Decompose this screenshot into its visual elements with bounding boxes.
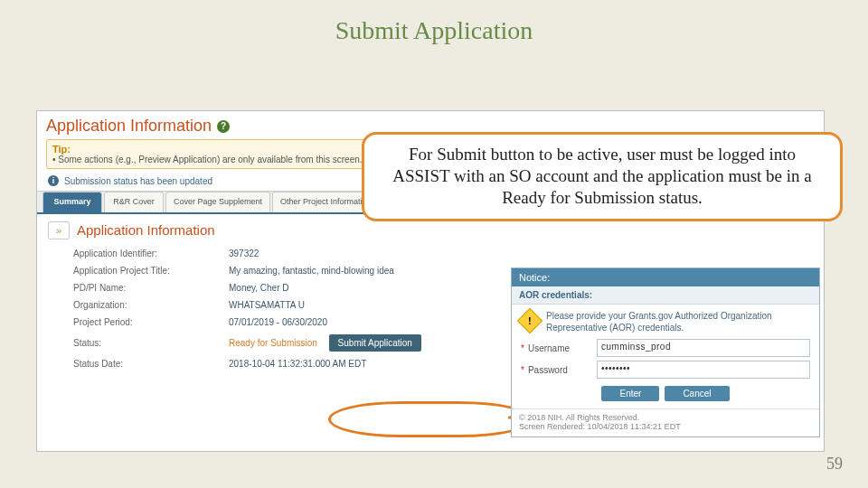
submit-application-button[interactable]: Submit Application (329, 334, 421, 352)
application-info-table: Application Identifier:397322 Applicatio… (73, 245, 432, 372)
table-row: Application Identifier:397322 (73, 245, 432, 262)
field-value: 397322 (229, 245, 432, 262)
tab-cover-page-supplement[interactable]: Cover Page Supplement (165, 192, 270, 212)
field-value: Ready for Submission Submit Application (229, 331, 432, 355)
table-row: Status Date:2018-10-04 11:32:31.000 AM E… (73, 355, 432, 372)
aor-credentials-text: Please provide your Grants.gov Authorize… (546, 310, 810, 333)
field-value: 2018-10-04 11:32:31.000 AM EDT (229, 355, 432, 372)
tip-text: • Some actions (e.g., Preview Applicatio… (52, 155, 375, 164)
field-label: Status Date: (73, 355, 229, 372)
table-row: Project Period:07/01/2019 - 06/30/2020 (73, 314, 432, 331)
table-row: PD/PI Name:Money, Cher D (73, 279, 432, 296)
help-icon[interactable]: ? (217, 120, 230, 133)
username-label: Username (528, 343, 593, 353)
password-field[interactable]: •••••••• (597, 361, 810, 379)
field-label: Status: (73, 331, 229, 355)
required-asterisk: * (521, 343, 524, 353)
field-label: Project Period: (73, 314, 229, 331)
field-value: My amazing, fantastic, mind-blowing idea (229, 262, 432, 279)
status-message-text: Submission status has been updated (64, 176, 212, 186)
status-value: Ready for Submission (229, 338, 317, 348)
callout-box: For Submit button to be active, user mus… (362, 132, 843, 221)
table-row: Organization:WHATSAMATTA U (73, 296, 432, 314)
tab-rr-cover[interactable]: R&R Cover (104, 192, 164, 212)
aor-credentials-header: AOR credentials: (512, 286, 819, 305)
field-value: Money, Cher D (229, 279, 432, 296)
warning-icon: ! (517, 308, 542, 333)
password-label: Password (528, 365, 593, 375)
required-asterisk: * (521, 365, 524, 375)
page-number: 59 (826, 455, 843, 474)
section-title: Application Information (77, 222, 215, 238)
table-row: Status: Ready for Submission Submit Appl… (73, 331, 432, 355)
aor-credentials-popup: Notice: AOR credentials: ! Please provid… (511, 267, 820, 437)
enter-button[interactable]: Enter (601, 386, 659, 401)
username-field[interactable]: cumminss_prod (597, 339, 810, 357)
field-label: Application Identifier: (73, 245, 229, 262)
info-icon: i (48, 175, 59, 186)
cancel-button[interactable]: Cancel (665, 386, 729, 401)
slide-title: Submit Application (0, 16, 868, 45)
table-row: Application Project Title:My amazing, fa… (73, 262, 432, 279)
screen-rendered-text: Screen Rendered: 10/04/2018 11:34:21 EDT (519, 422, 812, 431)
field-label: Application Project Title: (73, 262, 229, 279)
field-label: Organization: (73, 296, 229, 314)
app-info-header-text: Application Information (46, 117, 212, 136)
tab-summary[interactable]: Summary (42, 192, 102, 212)
password-row: * Password •••••••• (512, 359, 819, 380)
field-value: 07/01/2019 - 06/30/2020 (229, 314, 432, 331)
username-row: * Username cumminss_prod (512, 337, 819, 359)
popup-title-bar: Notice: (512, 268, 819, 286)
chevron-right-icon: » (56, 225, 61, 236)
popup-footer: © 2018 NIH. All Rights Reserved. Screen … (512, 408, 819, 436)
field-value: WHATSAMATTA U (229, 296, 432, 314)
callout-text: For Submit button to be active, user mus… (392, 145, 812, 207)
copyright-text: © 2018 NIH. All Rights Reserved. (519, 413, 812, 422)
field-label: PD/PI Name: (73, 279, 229, 296)
collapse-toggle-button[interactable]: » (48, 221, 70, 239)
